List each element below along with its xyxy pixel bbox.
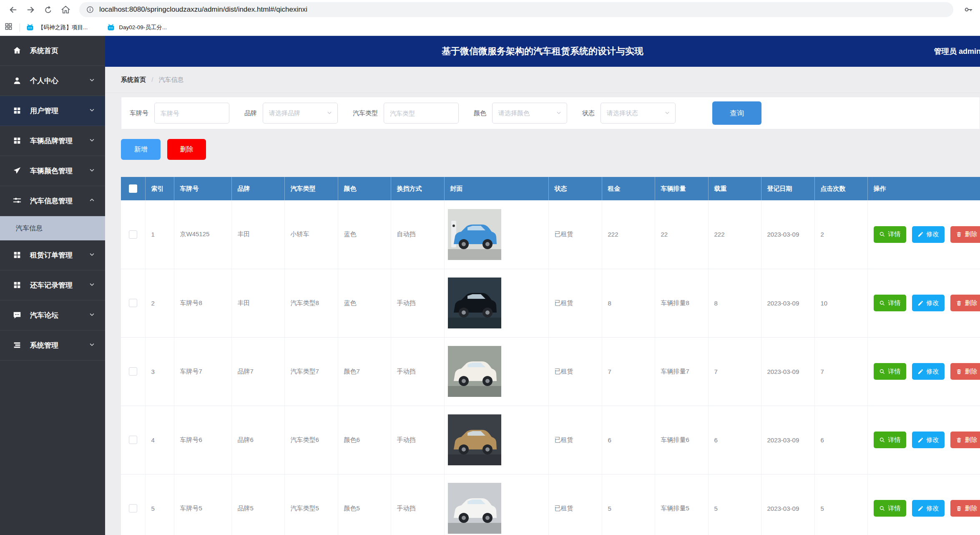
sidebar-item-car-info-management[interactable]: 汽车信息管理 bbox=[0, 186, 105, 216]
pencil-icon bbox=[917, 368, 924, 375]
apps-grid-icon[interactable] bbox=[4, 22, 13, 33]
magnifier-icon bbox=[879, 437, 885, 443]
sidebar-item-home[interactable]: 系统首页 bbox=[0, 36, 105, 66]
sidebar-subitem-car-info[interactable]: 汽车信息 bbox=[0, 216, 105, 240]
main-content: 系统首页 / 汽车信息 车牌号 品牌 请选择品牌 汽车类型 颜色 请选择颜色 状… bbox=[105, 67, 980, 535]
cell-index: 1 bbox=[145, 200, 174, 269]
url-text[interactable]: localhost:8080/springcloudzaxzu/admin/di… bbox=[99, 5, 307, 14]
row-checkbox[interactable] bbox=[129, 367, 137, 376]
car-photo[interactable] bbox=[448, 483, 501, 534]
magnifier-icon bbox=[879, 368, 885, 375]
delete-row-button[interactable]: 删除 bbox=[950, 226, 980, 243]
edit-button[interactable]: 修改 bbox=[912, 295, 945, 311]
sidebar-item-label: 用户管理 bbox=[30, 106, 58, 116]
detail-button[interactable]: 详情 bbox=[874, 295, 906, 311]
browser-toolbar: localhost:8080/springcloudzaxzu/admin/di… bbox=[0, 0, 980, 19]
query-button[interactable]: 查询 bbox=[712, 101, 761, 125]
car-photo[interactable] bbox=[448, 346, 501, 397]
reload-icon bbox=[43, 5, 53, 15]
sidebar-nav: 系统首页个人中心用户管理车辆品牌管理车辆颜色管理汽车信息管理汽车信息租赁订单管理… bbox=[0, 36, 105, 535]
type-input[interactable] bbox=[384, 103, 459, 124]
brand-label: 品牌 bbox=[244, 109, 257, 117]
user-icon bbox=[13, 76, 23, 86]
trash-icon bbox=[956, 300, 962, 306]
cell-color: 蓝色 bbox=[338, 269, 391, 337]
sidebar-item-user-management[interactable]: 用户管理 bbox=[0, 96, 105, 126]
trash-icon bbox=[956, 505, 962, 512]
chevron-down-icon bbox=[89, 107, 95, 115]
cell-date: 2023-03-09 bbox=[761, 474, 814, 535]
detail-button[interactable]: 详情 bbox=[874, 432, 906, 448]
select-all-checkbox[interactable] bbox=[129, 184, 137, 193]
detail-button[interactable]: 详情 bbox=[874, 363, 906, 380]
edit-button[interactable]: 修改 bbox=[912, 500, 945, 517]
status-select[interactable]: 请选择状态 bbox=[601, 103, 676, 124]
edit-button[interactable]: 修改 bbox=[912, 432, 945, 448]
sidebar-item-profile[interactable]: 个人中心 bbox=[0, 66, 105, 96]
car-photo[interactable] bbox=[448, 209, 501, 260]
cell-actions: 详情 修改 删除 bbox=[867, 337, 980, 406]
row-checkbox[interactable] bbox=[129, 504, 137, 512]
column-header: 载重 bbox=[708, 177, 761, 200]
cell-color: 颜色6 bbox=[338, 406, 391, 474]
breadcrumb-root[interactable]: 系统首页 bbox=[121, 76, 146, 83]
home-button[interactable] bbox=[58, 2, 73, 18]
tv-icon bbox=[26, 23, 34, 32]
bookmarks-bar: 【码神之路】项目... Day02-09-员工分... bbox=[0, 19, 980, 36]
sidebar-item-return-record-management[interactable]: 还车记录管理 bbox=[0, 270, 105, 300]
row-checkbox[interactable] bbox=[129, 299, 137, 307]
cell-displacement: 22 bbox=[655, 200, 708, 269]
detail-button[interactable]: 详情 bbox=[874, 500, 906, 517]
reload-button[interactable] bbox=[40, 2, 56, 18]
cell-cover bbox=[444, 406, 548, 474]
chevron-down-icon bbox=[556, 110, 562, 117]
sidebar-item-vehicle-color-management[interactable]: 车辆颜色管理 bbox=[0, 156, 105, 186]
cell-actions: 详情 修改 删除 bbox=[867, 406, 980, 474]
comment-icon bbox=[13, 310, 23, 320]
cell-brand: 品牌7 bbox=[231, 337, 284, 406]
password-key-icon[interactable] bbox=[963, 5, 973, 16]
sidebar-item-label: 还车记录管理 bbox=[30, 280, 73, 290]
delete-row-button[interactable]: 删除 bbox=[950, 500, 980, 517]
cell-status: 已租赁 bbox=[548, 474, 602, 535]
chevron-down-icon bbox=[89, 167, 95, 175]
brand-select[interactable]: 请选择品牌 bbox=[263, 103, 338, 124]
cell-cover bbox=[444, 337, 548, 406]
chevron-down-icon bbox=[327, 110, 332, 117]
car-photo[interactable] bbox=[448, 278, 501, 328]
cell-rent: 5 bbox=[602, 474, 655, 535]
trash-icon bbox=[956, 368, 962, 375]
back-button[interactable] bbox=[5, 2, 21, 18]
row-checkbox[interactable] bbox=[129, 230, 137, 239]
add-button[interactable]: 新增 bbox=[121, 139, 161, 160]
cell-color: 蓝色 bbox=[338, 200, 391, 269]
edit-button[interactable]: 修改 bbox=[912, 226, 945, 243]
bookmark-item[interactable]: Day02-09-员工分... bbox=[107, 23, 167, 32]
forward-button[interactable] bbox=[23, 2, 38, 18]
detail-button[interactable]: 详情 bbox=[874, 226, 906, 243]
trash-icon bbox=[956, 437, 962, 443]
delete-row-button[interactable]: 删除 bbox=[950, 295, 980, 311]
grid-icon bbox=[13, 106, 23, 116]
sidebar-item-system-management[interactable]: 系统管理 bbox=[0, 331, 105, 361]
bookmark-item[interactable]: 【码神之路】项目... bbox=[26, 23, 88, 32]
sidebar-item-car-forum[interactable]: 汽车论坛 bbox=[0, 300, 105, 331]
delete-row-button[interactable]: 删除 bbox=[950, 363, 980, 380]
car-photo[interactable] bbox=[448, 414, 501, 465]
row-checkbox[interactable] bbox=[129, 436, 137, 444]
pencil-icon bbox=[917, 437, 924, 443]
batch-delete-button[interactable]: 删除 bbox=[167, 139, 206, 160]
delete-row-button[interactable]: 删除 bbox=[950, 432, 980, 448]
site-info-icon[interactable] bbox=[86, 5, 94, 14]
cell-actions: 详情 修改 删除 bbox=[867, 474, 980, 535]
cell-type: 汽车类型7 bbox=[284, 337, 338, 406]
sidebar-item-rental-order-management[interactable]: 租赁订单管理 bbox=[0, 240, 105, 270]
edit-button[interactable]: 修改 bbox=[912, 363, 945, 380]
user-info[interactable]: 管理员 admin bbox=[934, 36, 980, 67]
plate-input[interactable] bbox=[154, 103, 229, 124]
cell-index: 2 bbox=[145, 269, 174, 337]
color-select[interactable]: 请选择颜色 bbox=[492, 103, 567, 124]
sidebar-item-vehicle-brand-management[interactable]: 车辆品牌管理 bbox=[0, 126, 105, 156]
url-bar[interactable]: localhost:8080/springcloudzaxzu/admin/di… bbox=[79, 2, 953, 17]
cell-gear: 自动挡 bbox=[391, 200, 444, 269]
